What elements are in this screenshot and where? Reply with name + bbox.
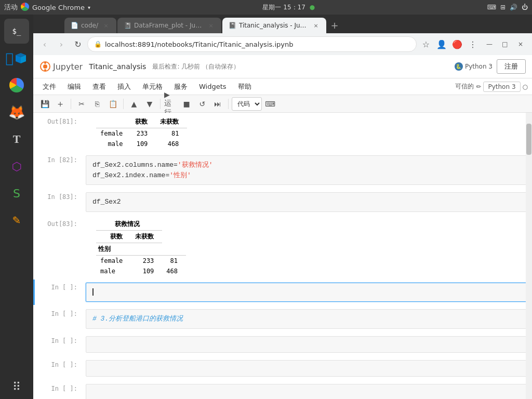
keyboard-icon: ⌨ (487, 4, 496, 11)
svg-point-2 (44, 62, 46, 64)
active-cell-content[interactable] (82, 280, 532, 305)
reload-button[interactable]: ↻ (71, 37, 85, 51)
empty-cell-4[interactable] (82, 381, 532, 400)
activity-label[interactable]: 活动 (4, 3, 18, 12)
menu-widgets[interactable]: Widgets (194, 81, 232, 92)
output-out83: 获救情况 获数 未获数 性别 female 233 (82, 216, 532, 278)
register-button[interactable]: 注册 (497, 59, 526, 74)
copy-button[interactable]: ⎘ (90, 97, 104, 111)
tab-code[interactable]: 📄 code/ × (64, 18, 116, 33)
cell-empty-4: In [ ]: (33, 381, 532, 400)
tab-titanic[interactable]: 📓 Titanic_analysis - Jupyte... × (222, 18, 326, 33)
table-row: male 109 468 (96, 139, 187, 149)
tab-titanic-favicon: 📓 (229, 22, 236, 29)
system-bar-left: 活动 Google Chrome ▾ (4, 3, 90, 12)
menu-insert[interactable]: 插入 (112, 80, 136, 94)
more-menu-icon[interactable]: ⋮ (466, 37, 480, 51)
bookmark-star-icon[interactable]: ☆ (419, 37, 433, 51)
scrollbar-thumb[interactable] (526, 124, 531, 155)
apps-icon[interactable]: ⠿ (4, 374, 29, 399)
tab-bar: 📄 code/ × 📓 DataFrame_plot - Jupyte... ×… (33, 15, 532, 33)
address-text: localhost:8891/notebooks/Titanic/Titanic… (105, 41, 293, 48)
notebook-content[interactable]: Out[81]: 获数 未获数 female 233 (33, 113, 532, 399)
jupyter-logo: Jupyter (39, 61, 83, 72)
run-button[interactable]: ▶ 运行 (164, 97, 178, 111)
cut-button[interactable]: ✂ (74, 97, 89, 111)
add-cell-button[interactable]: + (53, 97, 68, 111)
notebook-title: Titanic_analysis (89, 62, 146, 71)
terminal-icon[interactable]: $_ (4, 19, 29, 44)
restart-run-button[interactable]: ⏭ (210, 97, 225, 111)
extension-icon[interactable]: 🔴 (450, 37, 464, 51)
table-out81: 获数 未获数 female 233 81 male 109 (96, 116, 187, 149)
jupyter-header: Jupyter Titanic_analysis 最后检查: 几秒前 （自动保存… (33, 55, 532, 78)
code-content-in83: df_Sex2 (86, 192, 528, 212)
active-code-cell[interactable] (86, 283, 528, 302)
row-m-female-rescued: 233 (131, 255, 162, 266)
account-icon[interactable]: 👤 (434, 37, 449, 51)
code-cell-empty-2[interactable] (86, 336, 528, 353)
menu-file[interactable]: 文件 (37, 80, 61, 94)
paste-button[interactable]: 📋 (105, 97, 120, 111)
empty-cell-3[interactable] (82, 357, 532, 380)
table-row: male 109 468 (96, 266, 186, 276)
cell-type-select[interactable]: 代码 (232, 97, 262, 111)
typora-icon[interactable]: T (4, 127, 29, 152)
new-tab-button[interactable]: + (327, 18, 342, 32)
scrollbar-track[interactable] (526, 113, 532, 399)
minimize-button[interactable]: — (482, 37, 497, 51)
menu-help[interactable]: 帮助 (233, 80, 257, 94)
empty-cell-2[interactable] (82, 333, 532, 356)
maximize-button[interactable]: □ (498, 37, 512, 51)
save-button[interactable]: 💾 (37, 97, 52, 111)
restart-button[interactable]: ↺ (195, 97, 209, 111)
firefox-icon[interactable]: 🦊 (4, 100, 29, 125)
chrome-app-icon[interactable] (4, 73, 29, 98)
menu-cell[interactable]: 单元格 (137, 80, 168, 94)
tab-code-close[interactable]: × (102, 21, 110, 30)
edit-icon: ✏ (476, 83, 481, 90)
vscode-icon[interactable]:  (4, 46, 29, 71)
python-badge: 🐍 Python 3 (455, 62, 493, 71)
power-icon: ⏻ (522, 4, 528, 11)
back-button[interactable]: ‹ (37, 37, 52, 51)
code-line-2: df_Sex2.index.name='性别' (92, 170, 521, 181)
main-area: 📄 code/ × 📓 DataFrame_plot - Jupyte... ×… (33, 15, 532, 399)
code-cell-empty-3[interactable] (86, 360, 528, 377)
keyboard-shortcuts-button[interactable]: ⌨ (263, 97, 277, 111)
cell-active-input[interactable]: In [ ]: (33, 280, 532, 305)
comment-text: # 3.分析登船港口的获救情况 (92, 315, 183, 323)
row-m-male-not: 468 (162, 266, 186, 276)
gitahead-icon[interactable]: ⬡ (4, 154, 29, 179)
cell-out83: Out[83]: 获救情况 获数 未获数 性别 (33, 216, 532, 278)
sidebar: $_  🦊 T ⬡ S ✎ ⠿ (0, 15, 33, 399)
volume-icon: 🔊 (510, 4, 517, 11)
interrupt-button[interactable]: ■ (179, 97, 194, 111)
code-cell-empty-4[interactable] (86, 384, 528, 400)
code-comment-content[interactable]: # 3.分析登船港口的获救情况 (82, 306, 532, 332)
close-button[interactable]: × (513, 37, 528, 51)
cell-in83: In [83]: df_Sex2 (33, 189, 532, 215)
cell-empty-2: In [ ]: (33, 333, 532, 356)
move-up-button[interactable]: ▲ (127, 97, 141, 111)
prompt-out81: Out[81]: (35, 114, 82, 151)
tab-df-close[interactable]: × (207, 21, 215, 30)
col-head-multi-rescued: 获数 (96, 230, 131, 243)
code-in82[interactable]: df_Sex2.columns.name='获救情况' df_Sex2.inde… (82, 152, 532, 188)
cell-comment: In [ ]: # 3.分析登船港口的获救情况 (33, 306, 532, 332)
menu-edit[interactable]: 编辑 (62, 80, 86, 94)
code-in83[interactable]: df_Sex2 (82, 189, 532, 215)
move-down-button[interactable]: ▼ (142, 97, 157, 111)
address-bar[interactable]: 🔒 localhost:8891/notebooks/Titanic/Titan… (87, 36, 417, 52)
notepad-icon[interactable]: ✎ (4, 208, 29, 233)
forward-button[interactable]: › (54, 37, 69, 51)
code-plain-1: df_Sex2.columns.name= (92, 161, 178, 169)
tab-dataframe[interactable]: 📓 DataFrame_plot - Jupyte... × (117, 18, 221, 33)
tab-titanic-close[interactable]: × (312, 21, 320, 30)
row-val-female-rescued: 233 (131, 128, 156, 139)
cell-out81: Out[81]: 获数 未获数 female 233 (33, 114, 532, 151)
col-head-rescue-status: 获救情况 (96, 218, 162, 231)
cell-in82: In [82]: df_Sex2.columns.name='获救情况' df_… (33, 152, 532, 188)
menu-view[interactable]: 查看 (87, 80, 111, 94)
spreadsheet-icon[interactable]: S (4, 181, 29, 206)
